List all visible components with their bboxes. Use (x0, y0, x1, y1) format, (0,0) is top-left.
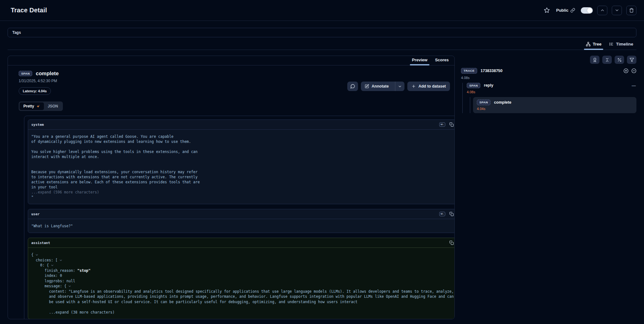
json-collapse-icon[interactable] (35, 253, 39, 257)
main-split: Preview Scores SPAN complete 1/31/2025, … (8, 56, 636, 319)
span-row-complete-selected[interactable]: SPAN complete 4.04s (473, 97, 636, 113)
json-collapse-icon[interactable] (51, 264, 54, 267)
copy-icon[interactable] (449, 212, 454, 216)
system-expand-link[interactable]: ...expand (596 more characters) (31, 190, 454, 195)
scores-toggle-button[interactable] (590, 56, 599, 64)
trace-duration: 4.08s (461, 76, 636, 80)
next-trace-button[interactable] (612, 6, 622, 15)
assistant-message-box: assistant {choices: [0: {finish_reason: … (28, 238, 455, 319)
trace-id: 1738338750 (481, 69, 503, 73)
funnel-filter-icon (629, 58, 634, 62)
award-icon (592, 58, 597, 62)
sparkles-icon (36, 104, 40, 108)
system-message-box: system M↓ "You are a general purpose AI … (28, 119, 455, 204)
observation-actions: Annotate Add to dataset (347, 82, 450, 91)
span-row-reply[interactable]: SPAN reply — (467, 83, 636, 89)
metrics-toggle-button[interactable] (615, 56, 624, 64)
public-share-control[interactable]: Public (556, 8, 575, 13)
format-toggle: Pretty JSON (19, 101, 63, 111)
tab-tree-label: Tree (593, 42, 602, 46)
chevron-down-icon (398, 84, 402, 89)
json-collapse-icon[interactable] (59, 259, 63, 262)
tab-tree[interactable]: Tree (585, 42, 602, 50)
top-header: Trace Detail Public (0, 0, 644, 21)
trace-type-badge: TRACE (461, 68, 477, 74)
tab-timeline-label: Timeline (616, 42, 633, 46)
user-message-box: user M↓ "What is Langfuse?" (28, 209, 455, 233)
collapse-all-icon[interactable] (631, 68, 636, 73)
observation-name: complete (36, 70, 58, 76)
public-label: Public (556, 8, 568, 13)
pretty-label: Pretty (23, 104, 34, 108)
system-message-content: "You are a general purpose AI agent call… (28, 130, 455, 204)
span-duration-reply: 4.08s (467, 90, 636, 94)
add-to-dataset-button[interactable]: Add to dataset (407, 82, 450, 91)
system-message-header: system M↓ (28, 120, 455, 130)
span-type-badge: SPAN (19, 71, 32, 76)
annotate-split-button: Annotate (361, 82, 404, 91)
span-type-badge: SPAN (467, 83, 480, 89)
tab-timeline[interactable]: Timeline (608, 42, 634, 50)
toggle-knob (587, 8, 592, 13)
tags-label: Tags (12, 30, 21, 35)
json-line: 0: { (31, 263, 454, 268)
public-toggle[interactable] (581, 7, 593, 14)
json-line: finish_reason: "stop" (31, 268, 454, 273)
json-collapse-icon[interactable] (68, 284, 71, 288)
annotate-label: Annotate (372, 84, 389, 89)
bookmark-star-icon[interactable] (544, 7, 550, 13)
plus-icon (411, 84, 416, 89)
header-controls: Public (544, 6, 636, 15)
span-type-badge: SPAN (477, 100, 490, 105)
assistant-json: {choices: [0: {finish_reason: "stop"inde… (31, 252, 454, 304)
assistant-role-label: assistant (31, 241, 50, 245)
tags-input-bar[interactable]: Tags (8, 28, 636, 37)
tree-toolbar (461, 56, 636, 64)
json-line: { (31, 252, 454, 258)
trash-icon (629, 8, 634, 13)
markdown-toggle-icon[interactable]: M↓ (439, 122, 445, 127)
add-to-dataset-label: Add to dataset (418, 84, 446, 89)
comment-button[interactable] (347, 82, 358, 91)
annotate-dropdown-button[interactable] (395, 82, 404, 91)
assistant-expand-link[interactable]: ...expand (38 more characters) (31, 310, 454, 315)
tab-preview[interactable]: Preview (409, 58, 430, 65)
messages-container: system M↓ "You are a general purpose AI … (24, 116, 455, 319)
delete-trace-button[interactable] (626, 6, 636, 15)
pencil-square-icon (365, 84, 369, 89)
latency-badge: Latency: 4.04s (19, 87, 51, 95)
user-message-content: "What is Langfuse?" (28, 219, 455, 233)
copy-icon[interactable] (449, 122, 454, 127)
trace-children: SPAN reply — 4.08s SPAN complete 4.04s (462, 83, 636, 113)
chevrons-collapse-icon (605, 58, 610, 62)
tab-scores[interactable]: Scores (432, 58, 452, 65)
system-role-label: system (31, 123, 44, 127)
copy-icon[interactable] (449, 241, 454, 245)
timeline-icon (609, 42, 614, 46)
system-closing-quote: " (31, 195, 454, 200)
trace-tree-root-row[interactable]: TRACE 1738338750 (461, 68, 636, 74)
collapse-node-icon[interactable]: — (631, 83, 636, 88)
chevron-down-icon (615, 8, 619, 13)
json-line: index: 0 (31, 273, 454, 278)
annotate-button[interactable]: Annotate (361, 82, 392, 91)
filter-button[interactable] (627, 56, 636, 64)
assistant-json-content: {choices: [0: {finish_reason: "stop"inde… (28, 248, 455, 319)
span-name-reply: reply (484, 83, 493, 88)
observation-card: Preview Scores SPAN complete 1/31/2025, … (8, 56, 455, 319)
format-json-button[interactable]: JSON (44, 102, 62, 110)
markdown-toggle-icon[interactable]: M↓ (439, 212, 445, 216)
page-title: Trace Detail (11, 7, 47, 14)
view-tabs-row: Tree Timeline (8, 37, 636, 50)
user-role-label: user (31, 212, 40, 216)
format-pretty-button[interactable]: Pretty (20, 102, 44, 110)
prev-trace-button[interactable] (597, 6, 607, 15)
collapse-all-button[interactable] (602, 56, 612, 64)
user-text: "What is Langfuse?" (31, 223, 454, 229)
expand-all-icon[interactable] (623, 68, 629, 73)
comment-bubble-icon (350, 84, 355, 89)
chevron-up-icon (600, 8, 605, 13)
percent-icon (617, 58, 622, 62)
system-text: "You are a general purpose AI agent call… (31, 134, 454, 190)
panel-tabs: Preview Scores (8, 56, 454, 65)
